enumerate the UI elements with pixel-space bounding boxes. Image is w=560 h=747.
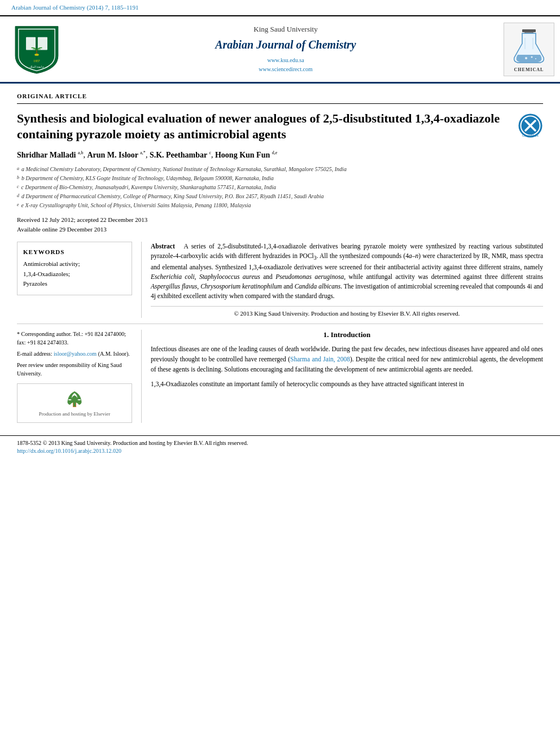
page-header: 1957 جامعة الملك King Saud University Ar… bbox=[0, 15, 560, 84]
section-divider bbox=[17, 324, 543, 324]
intro-para2: 1,3,4-Oxadiazoles constitute an importan… bbox=[151, 379, 543, 390]
right-column: Abstract A series of 2,5-disubstituted-1… bbox=[141, 242, 543, 318]
journal-title: Arabian Journal of Chemistry bbox=[73, 37, 498, 53]
authors-line: Shridhar Malladi a,b, Arun M. Isloor a,*… bbox=[17, 150, 543, 161]
keyword-2: 1,3,4-Oxadiazoles; bbox=[23, 270, 126, 278]
affiliation-e: e e X-ray Crystallography Unit, School o… bbox=[17, 202, 543, 209]
article-title: Synthesis and biological evaluation of n… bbox=[17, 111, 512, 143]
keywords-title: KEYWORDS bbox=[23, 248, 126, 256]
svg-point-10 bbox=[531, 56, 533, 58]
main-content: ORIGINAL ARTICLE Synthesis and biologica… bbox=[0, 84, 560, 428]
header-center: King Saud University Arabian Journal of … bbox=[73, 24, 498, 74]
keywords-abstract-section: KEYWORDS Antimicrobial activity; 1,3,4-O… bbox=[17, 242, 543, 318]
svg-point-3 bbox=[34, 54, 39, 56]
svg-text:1957: 1957 bbox=[33, 60, 40, 63]
keyword-3: Pyrazoles bbox=[23, 279, 126, 288]
abstract-label: Abstract bbox=[151, 243, 175, 250]
elsevier-label: Production and hosting by Elsevier bbox=[39, 410, 110, 418]
keyword-1: Antimicrobial activity; bbox=[23, 260, 126, 268]
page-footer: 1878-5352 © 2013 King Saud University. P… bbox=[0, 435, 560, 458]
intro-body: Infectious diseases are one of the leadi… bbox=[151, 344, 543, 389]
elsevier-logo-svg bbox=[58, 388, 91, 408]
affiliation-d: d d Department of Pharmaceutical Chemist… bbox=[17, 193, 543, 200]
university-name: King Saud University bbox=[73, 24, 498, 34]
header-urls: www.ksu.edu.sa www.sciencedirect.com bbox=[73, 56, 498, 74]
affiliation-c: c c Department of Bio-Chemistry, Jnanasa… bbox=[17, 184, 543, 191]
svg-text:جامعة الملك: جامعة الملك bbox=[29, 65, 44, 68]
svg-point-11 bbox=[535, 58, 536, 59]
corresponding-footnote: * Corresponding author. Tel.: +91 824 24… bbox=[17, 330, 132, 347]
chemical-label-text: CHEMICAL bbox=[514, 67, 544, 73]
dates-section: Received 12 July 2012; accepted 22 Decem… bbox=[17, 215, 543, 235]
footer-doi[interactable]: http://dx.doi.org/10.1016/j.arabjc.2013.… bbox=[17, 447, 543, 455]
title-row: Synthesis and biological evaluation of n… bbox=[17, 111, 543, 150]
ksu-logo: 1957 جامعة الملك bbox=[6, 21, 68, 77]
author-arun: Arun M. Isloor bbox=[87, 151, 140, 159]
svg-text:CrossMark: CrossMark bbox=[522, 134, 539, 137]
author-shridhar: Shridhar Malladi bbox=[17, 151, 78, 159]
introduction-column: 1. Introduction Infectious diseases are … bbox=[141, 330, 543, 423]
email-footnote: E-mail address: isloor@yahoo.com (A.M. I… bbox=[17, 350, 132, 358]
author-sk: S.K. Peethambar bbox=[150, 151, 209, 159]
footnote-text: * Corresponding author. Tel.: +91 824 24… bbox=[17, 330, 132, 378]
author-hoong: Hoong Kun Fun bbox=[215, 151, 272, 159]
keywords-box: KEYWORDS Antimicrobial activity; 1,3,4-O… bbox=[17, 242, 132, 296]
available-date: Available online 29 December 2013 bbox=[17, 225, 543, 235]
email-link[interactable]: isloor@yahoo.com bbox=[54, 351, 97, 357]
affiliation-a: a a Medicinal Chemistry Laboratory, Depa… bbox=[17, 165, 543, 173]
footer-issn: 1878-5352 © 2013 King Saud University. P… bbox=[17, 439, 543, 447]
bottom-section: * Corresponding author. Tel.: +91 824 24… bbox=[17, 330, 543, 423]
url2[interactable]: www.sciencedirect.com bbox=[73, 65, 498, 74]
svg-point-9 bbox=[525, 57, 527, 59]
affiliation-b: b b Department of Chemistry, KLS Gogte I… bbox=[17, 174, 543, 182]
affiliations: a a Medicinal Chemistry Laboratory, Depa… bbox=[17, 165, 543, 209]
svg-rect-7 bbox=[522, 29, 536, 32]
intro-title: 1. Introduction bbox=[151, 330, 543, 340]
received-date: Received 12 July 2012; accepted 22 Decem… bbox=[17, 215, 543, 225]
url1[interactable]: www.ksu.edu.sa bbox=[73, 56, 498, 65]
crossmark-logo[interactable]: CrossMark bbox=[518, 113, 543, 138]
chemical-logo: CHEMICAL bbox=[504, 23, 554, 76]
peer-review-note: Peer review under responsibility of King… bbox=[17, 361, 132, 378]
elsevier-box: Production and hosting by Elsevier bbox=[17, 383, 132, 423]
abstract-text: Abstract A series of 2,5-disubstituted-1… bbox=[151, 242, 543, 302]
journal-link[interactable]: Arabian Journal of Chemistry (2014) 7, 1… bbox=[0, 0, 560, 15]
article-type: ORIGINAL ARTICLE bbox=[17, 92, 543, 103]
intro-para1: Infectious diseases are one of the leadi… bbox=[151, 344, 543, 374]
abstract-copyright: © 2013 King Saud University. Production … bbox=[151, 306, 543, 318]
left-column: KEYWORDS Antimicrobial activity; 1,3,4-O… bbox=[17, 242, 141, 318]
sharma-ref[interactable]: Sharma and Jain, 2008 bbox=[290, 356, 350, 362]
footnote-column: * Corresponding author. Tel.: +91 824 24… bbox=[17, 330, 141, 423]
